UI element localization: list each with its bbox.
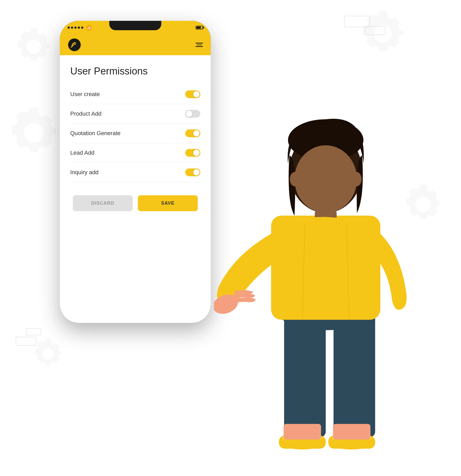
phone-screen: User Permissions User createProduct AddQ… bbox=[60, 55, 211, 323]
app-logo-icon bbox=[68, 38, 81, 52]
toggle-user-create[interactable] bbox=[185, 90, 200, 98]
app-header bbox=[60, 34, 211, 55]
bg-rect-1 bbox=[344, 16, 370, 27]
permission-label-user-create: User create bbox=[70, 91, 100, 98]
bg-gear-mid-right bbox=[401, 182, 445, 228]
bg-gear-left-top bbox=[13, 26, 55, 69]
svg-rect-10 bbox=[284, 424, 321, 440]
toggle-thumb-user-create bbox=[193, 91, 200, 97]
svg-line-14 bbox=[347, 223, 349, 320]
toggle-thumb-quotation-generate bbox=[193, 130, 200, 136]
permissions-list: User createProduct AddQuotation Generate… bbox=[70, 85, 200, 182]
svg-point-18 bbox=[294, 145, 357, 213]
filter-line-1 bbox=[196, 43, 203, 43]
svg-point-17 bbox=[288, 119, 363, 161]
svg-rect-8 bbox=[328, 436, 375, 449]
svg-rect-9 bbox=[332, 436, 371, 440]
toggle-inquiry-add[interactable] bbox=[185, 168, 200, 176]
toggle-product-add[interactable] bbox=[185, 110, 200, 118]
dot-5 bbox=[81, 27, 83, 29]
discard-button[interactable]: DISCARD bbox=[73, 195, 133, 211]
svg-rect-6 bbox=[283, 436, 322, 440]
svg-point-4 bbox=[279, 435, 326, 449]
screen-content: User Permissions User createProduct AddQ… bbox=[60, 55, 211, 219]
svg-rect-11 bbox=[333, 424, 370, 440]
dot-2 bbox=[71, 27, 73, 29]
permission-row-quotation-generate: Quotation Generate bbox=[70, 124, 200, 143]
svg-point-20 bbox=[351, 172, 362, 186]
phone-body: 📶 bbox=[60, 21, 211, 323]
bg-gear-left-mid bbox=[5, 104, 62, 162]
buttons-area: DISCARD SAVE bbox=[70, 195, 200, 211]
svg-rect-1 bbox=[284, 312, 326, 437]
toggle-thumb-product-add bbox=[186, 111, 192, 117]
bg-rect-2 bbox=[365, 26, 386, 35]
svg-point-15 bbox=[214, 291, 241, 317]
person-svg bbox=[214, 72, 448, 476]
wifi-icon: 📶 bbox=[86, 25, 91, 30]
notch bbox=[109, 21, 161, 30]
status-bar: 📶 bbox=[60, 21, 211, 34]
page-title: User Permissions bbox=[70, 66, 200, 77]
bg-rect-4 bbox=[26, 328, 42, 335]
scene: 📶 bbox=[0, 0, 461, 476]
svg-point-3 bbox=[280, 299, 371, 330]
dot-3 bbox=[74, 27, 76, 29]
dot-4 bbox=[78, 27, 80, 29]
dot-1 bbox=[68, 27, 70, 29]
toggle-quotation-generate[interactable] bbox=[185, 129, 200, 137]
toggle-lead-add[interactable] bbox=[185, 149, 200, 157]
permission-row-user-create: User create bbox=[70, 85, 200, 104]
toggle-thumb-lead-add bbox=[193, 150, 200, 156]
person-illustration bbox=[214, 72, 448, 476]
permission-label-lead-add: Lead Add bbox=[70, 149, 94, 156]
svg-point-19 bbox=[290, 172, 300, 186]
permission-row-inquiry-add: Inquiry add bbox=[70, 163, 200, 182]
svg-point-16 bbox=[289, 130, 362, 213]
svg-line-13 bbox=[302, 223, 305, 320]
filter-line-3 bbox=[196, 46, 203, 47]
permission-label-product-add: Product Add bbox=[70, 110, 101, 117]
svg-rect-12 bbox=[271, 216, 380, 320]
filter-icon[interactable] bbox=[196, 43, 203, 47]
svg-rect-5 bbox=[279, 436, 326, 449]
permission-label-inquiry-add: Inquiry add bbox=[70, 169, 99, 176]
svg-point-7 bbox=[328, 435, 375, 449]
battery-icon bbox=[196, 26, 203, 29]
save-button[interactable]: SAVE bbox=[138, 195, 198, 211]
svg-rect-21 bbox=[315, 210, 337, 226]
toggle-thumb-inquiry-add bbox=[193, 169, 200, 176]
svg-rect-2 bbox=[334, 312, 375, 437]
battery-fill bbox=[196, 27, 201, 29]
signal-dots: 📶 bbox=[68, 25, 91, 30]
permission-row-lead-add: Lead Add bbox=[70, 143, 200, 163]
permission-label-quotation-generate: Quotation Generate bbox=[70, 130, 120, 137]
filter-line-2 bbox=[197, 45, 202, 45]
bg-rect-3 bbox=[16, 337, 36, 346]
permission-row-product-add: Product Add bbox=[70, 104, 200, 124]
phone-mockup: 📶 bbox=[60, 21, 211, 323]
